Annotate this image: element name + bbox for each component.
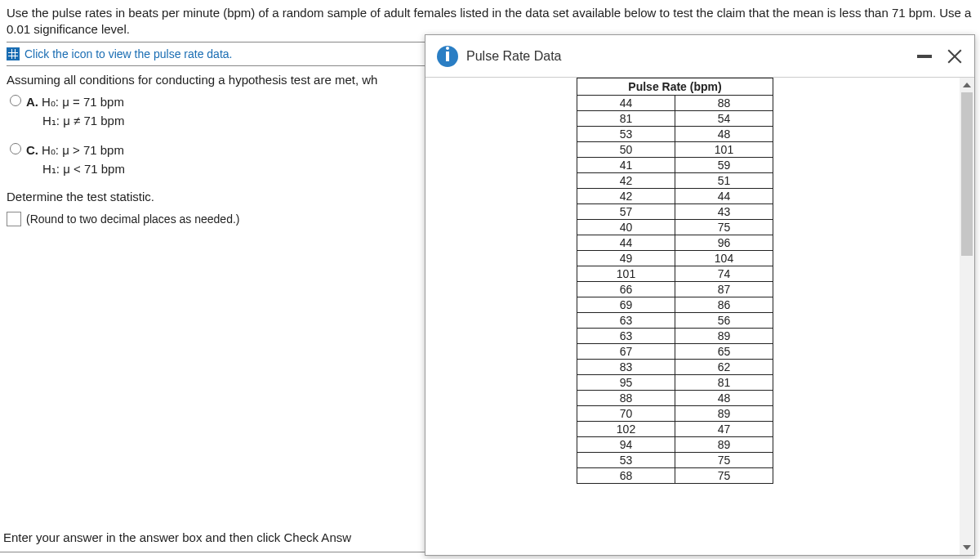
- round-note: (Round to two decimal places as needed.): [26, 212, 239, 226]
- modal-title: Pulse Rate Data: [466, 49, 562, 64]
- table-cell: 101: [577, 266, 675, 282]
- table-cell: 88: [577, 391, 675, 406]
- table-cell: 81: [577, 111, 675, 127]
- table-cell: 68: [577, 468, 675, 484]
- table-header: Pulse Rate (bpm): [577, 78, 773, 96]
- table-row: 6356: [577, 313, 773, 329]
- table-row: 49104: [577, 251, 773, 266]
- table-cell: 44: [577, 235, 675, 251]
- table-cell: 42: [577, 189, 675, 204]
- table-cell: 41: [577, 158, 675, 173]
- table-cell: 75: [675, 468, 773, 484]
- scroll-thumb[interactable]: [961, 92, 973, 256]
- table-cell: 69: [577, 297, 675, 313]
- table-cell: 67: [577, 344, 675, 360]
- divider: [0, 552, 425, 552]
- info-icon: [437, 46, 458, 67]
- radio-c[interactable]: [10, 143, 21, 154]
- table-cell: 40: [577, 220, 675, 235]
- modal-header: Pulse Rate Data: [425, 35, 974, 78]
- table-cell: 57: [577, 204, 675, 220]
- table-cell: 43: [675, 204, 773, 220]
- data-table-icon[interactable]: [7, 47, 20, 60]
- table-cell: 50: [577, 142, 675, 158]
- table-cell: 101: [675, 142, 773, 158]
- table-row: 9581: [577, 375, 773, 391]
- table-row: 5743: [577, 204, 773, 220]
- view-data-link[interactable]: Click the icon to view the pulse rate da…: [24, 47, 232, 60]
- scroll-up-button[interactable]: [960, 78, 974, 92]
- h1-text: H₁: μ < 71 bpm: [26, 160, 125, 179]
- footer-instructions: Enter your answer in the answer box and …: [3, 530, 351, 544]
- table-row: 8362: [577, 360, 773, 375]
- table-cell: 75: [675, 220, 773, 235]
- close-icon[interactable]: [947, 48, 963, 65]
- table-cell: 53: [577, 127, 675, 142]
- table-cell: 88: [675, 96, 773, 111]
- table-row: 4488: [577, 96, 773, 111]
- table-cell: 44: [577, 96, 675, 111]
- table-cell: 89: [675, 406, 773, 422]
- table-cell: 94: [577, 437, 675, 453]
- minimize-icon[interactable]: [917, 55, 932, 58]
- table-row: 4159: [577, 158, 773, 173]
- option-letter: A.: [26, 95, 38, 109]
- vertical-scrollbar[interactable]: [960, 78, 974, 555]
- table-cell: 89: [675, 329, 773, 344]
- h1-text: H₁: μ ≠ 71 bpm: [26, 112, 124, 131]
- table-row: 4251: [577, 173, 773, 189]
- table-cell: 53: [577, 453, 675, 468]
- table-row: 8154: [577, 111, 773, 127]
- table-row: 10247: [577, 422, 773, 437]
- modal-body: Pulse Rate (bpm) 44888154534850101415942…: [425, 78, 974, 555]
- table-cell: 63: [577, 313, 675, 329]
- radio-a[interactable]: [10, 95, 21, 106]
- table-cell: 59: [675, 158, 773, 173]
- table-cell: 87: [675, 282, 773, 297]
- table-cell: 48: [675, 391, 773, 406]
- table-row: 6687: [577, 282, 773, 297]
- table-row: 6986: [577, 297, 773, 313]
- table-cell: 83: [577, 360, 675, 375]
- table-row: 10174: [577, 266, 773, 282]
- table-cell: 62: [675, 360, 773, 375]
- table-row: 50101: [577, 142, 773, 158]
- table-cell: 63: [577, 329, 675, 344]
- table-row: 4075: [577, 220, 773, 235]
- table-cell: 54: [675, 111, 773, 127]
- table-cell: 65: [675, 344, 773, 360]
- answer-input[interactable]: [7, 212, 21, 226]
- table-cell: 49: [577, 251, 675, 266]
- table-cell: 70: [577, 406, 675, 422]
- table-cell: 102: [577, 422, 675, 437]
- table-row: 7089: [577, 406, 773, 422]
- table-row: 6765: [577, 344, 773, 360]
- option-letter: C.: [26, 143, 38, 157]
- table-row: 9489: [577, 437, 773, 453]
- chevron-down-icon: [963, 545, 971, 550]
- table-cell: 44: [675, 189, 773, 204]
- question-text: Use the pulse rates in beats per minute …: [7, 5, 973, 37]
- table-cell: 42: [577, 173, 675, 189]
- table-row: 4496: [577, 235, 773, 251]
- table-row: 4244: [577, 189, 773, 204]
- table-row: 5375: [577, 453, 773, 468]
- scroll-area: Pulse Rate (bpm) 44888154534850101415942…: [425, 78, 960, 555]
- table-row: 6875: [577, 468, 773, 484]
- table-cell: 74: [675, 266, 773, 282]
- table-cell: 81: [675, 375, 773, 391]
- table-cell: 47: [675, 422, 773, 437]
- table-row: 6389: [577, 329, 773, 344]
- table-cell: 75: [675, 453, 773, 468]
- h0-text: H₀: μ = 71 bpm: [42, 95, 124, 109]
- table-cell: 86: [675, 297, 773, 313]
- pulse-rate-modal: Pulse Rate Data Pulse Rate (bpm) 4488815…: [425, 34, 975, 556]
- table-row: 8848: [577, 391, 773, 406]
- chevron-up-icon: [963, 83, 971, 87]
- table-cell: 51: [675, 173, 773, 189]
- table-row: 5348: [577, 127, 773, 142]
- scroll-down-button[interactable]: [960, 540, 974, 555]
- scroll-track[interactable]: [960, 92, 974, 540]
- table-cell: 104: [675, 251, 773, 266]
- table-cell: 66: [577, 282, 675, 297]
